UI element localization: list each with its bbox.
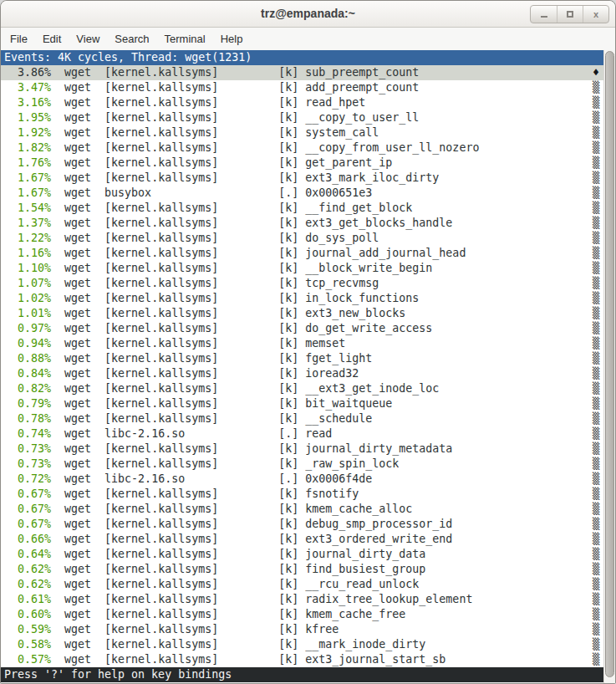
perf-row[interactable]: 0.79% wget [kernel.kallsyms] [k] bit_wai… xyxy=(1,396,603,411)
scroll-track-icon: ▒ xyxy=(593,547,599,562)
perf-row[interactable]: 0.73% wget [kernel.kallsyms] [k] journal… xyxy=(1,442,603,457)
row-symbol-info: wget [kernel.kallsyms] [k] journal_dirty… xyxy=(51,442,452,455)
row-symbol-info: wget [kernel.kallsyms] [k] system_call xyxy=(51,126,379,139)
perf-row[interactable]: 0.67% wget [kernel.kallsyms] [k] debug_s… xyxy=(1,517,603,532)
perf-row[interactable]: 1.10% wget [kernel.kallsyms] [k] __block… xyxy=(1,261,603,276)
perf-row[interactable]: 0.67% wget [kernel.kallsyms] [k] fsnotif… xyxy=(1,487,603,502)
row-symbol-info: wget busybox [.] 0x000651e3 xyxy=(51,186,372,199)
perf-row[interactable]: 0.73% wget [kernel.kallsyms] [k] _raw_sp… xyxy=(1,457,603,472)
row-symbol-info: wget [kernel.kallsyms] [k] journal_dirty… xyxy=(51,548,425,560)
perf-row[interactable]: 1.82% wget [kernel.kallsyms] [k] __copy_… xyxy=(1,140,603,156)
perf-row[interactable]: 1.54% wget [kernel.kallsyms] [k] __find_… xyxy=(1,201,603,216)
menu-bar: FileEditViewSearchTerminalHelp xyxy=(1,28,615,50)
row-symbol-info: wget [kernel.kallsyms] [k] in_lock_funct… xyxy=(51,292,419,304)
perf-row[interactable]: 0.59% wget [kernel.kallsyms] [k] kfree▒ xyxy=(1,622,603,637)
perf-row[interactable]: 3.16% wget [kernel.kallsyms] [k] read_hp… xyxy=(1,95,603,110)
status-bar: Press '?' for help on key bindings xyxy=(1,667,603,682)
terminal-area[interactable]: Events: 4K cycles, Thread: wget(1231) 3.… xyxy=(1,50,615,684)
perf-row[interactable]: 0.84% wget [kernel.kallsyms] [k] ioread3… xyxy=(1,366,603,381)
perf-row[interactable]: 0.78% wget [kernel.kallsyms] [k] __sched… xyxy=(1,411,603,426)
menu-item-file[interactable]: File xyxy=(3,29,35,48)
perf-row[interactable]: 0.82% wget [kernel.kallsyms] [k] __ext3_… xyxy=(1,381,603,396)
scroll-track-icon: ▒ xyxy=(593,487,599,502)
row-symbol-info: wget [kernel.kallsyms] [k] sub_preempt_c… xyxy=(51,66,419,79)
perf-row[interactable]: 0.57% wget [kernel.kallsyms] [k] ext3_jo… xyxy=(1,652,603,667)
perf-row[interactable]: 0.97% wget [kernel.kallsyms] [k] do_get_… xyxy=(1,321,603,336)
row-percent: 0.73% xyxy=(4,457,51,470)
row-percent: 0.62% xyxy=(4,563,51,575)
row-symbol-info: wget [kernel.kallsyms] [k] radix_tree_lo… xyxy=(51,593,472,605)
row-percent: 0.58% xyxy=(4,638,51,651)
menu-item-terminal[interactable]: Terminal xyxy=(157,29,213,48)
perf-row[interactable]: 1.22% wget [kernel.kallsyms] [k] do_sys_… xyxy=(1,231,603,246)
perf-row[interactable]: 1.16% wget [kernel.kallsyms] [k] journal… xyxy=(1,246,603,261)
minimize-icon xyxy=(541,16,547,18)
perf-row[interactable]: 3.47% wget [kernel.kallsyms] [k] add_pre… xyxy=(1,80,603,95)
maximize-button[interactable] xyxy=(557,6,583,23)
row-percent: 3.47% xyxy=(4,81,51,94)
terminal-window: trz@empanada:~ x FileEditViewSearchTermi… xyxy=(0,0,616,684)
perf-row[interactable]: 0.61% wget [kernel.kallsyms] [k] radix_t… xyxy=(1,592,603,607)
scroll-track-icon: ▒ xyxy=(593,517,599,532)
close-button[interactable]: x xyxy=(583,6,608,23)
scroll-track-icon: ▒ xyxy=(593,246,599,261)
row-symbol-info: wget [kernel.kallsyms] [k] __mark_inode_… xyxy=(51,638,425,651)
perf-row[interactable]: 0.60% wget [kernel.kallsyms] [k] kmem_ca… xyxy=(1,607,603,622)
row-symbol-info: wget [kernel.kallsyms] [k] ioread32 xyxy=(51,367,359,380)
row-symbol-info: wget [kernel.kallsyms] [k] do_sys_poll xyxy=(51,232,379,244)
perf-row[interactable]: 1.67% wget busybox [.] 0x000651e3▒ xyxy=(1,186,603,201)
row-percent: 3.16% xyxy=(4,96,51,109)
row-symbol-info: wget [kernel.kallsyms] [k] ext3_get_bloc… xyxy=(51,217,452,229)
perf-row[interactable]: 0.58% wget [kernel.kallsyms] [k] __mark_… xyxy=(1,637,603,652)
row-symbol-info: wget [kernel.kallsyms] [k] __block_write… xyxy=(51,262,432,274)
perf-row[interactable]: 0.66% wget [kernel.kallsyms] [k] ext3_or… xyxy=(1,532,603,547)
perf-row[interactable]: 0.62% wget [kernel.kallsyms] [k] __rcu_r… xyxy=(1,577,603,592)
titlebar[interactable]: trz@empanada:~ x xyxy=(1,1,615,28)
menu-item-help[interactable]: Help xyxy=(213,29,251,48)
row-percent: 1.67% xyxy=(4,171,51,184)
row-percent: 1.54% xyxy=(4,202,51,214)
perf-row[interactable]: 1.76% wget [kernel.kallsyms] [k] get_par… xyxy=(1,156,603,171)
minimize-button[interactable] xyxy=(531,6,557,23)
row-symbol-info: wget [kernel.kallsyms] [k] bit_waitqueue xyxy=(51,397,392,410)
row-percent: 0.78% xyxy=(4,412,51,425)
row-percent: 0.97% xyxy=(4,322,51,334)
window-controls: x xyxy=(530,5,609,23)
perf-row[interactable]: 1.07% wget [kernel.kallsyms] [k] tcp_rec… xyxy=(1,276,603,291)
menu-item-edit[interactable]: Edit xyxy=(35,29,69,48)
row-percent: 0.67% xyxy=(4,503,51,515)
scroll-track-icon: ▒ xyxy=(593,125,599,140)
perf-row[interactable]: 1.02% wget [kernel.kallsyms] [k] in_lock… xyxy=(1,291,603,306)
row-percent: 0.72% xyxy=(4,472,51,485)
row-symbol-info: wget [kernel.kallsyms] [k] kmem_cache_al… xyxy=(51,503,412,515)
row-symbol-info: wget [kernel.kallsyms] [k] __find_get_bl… xyxy=(51,202,412,214)
row-symbol-info: wget [kernel.kallsyms] [k] debug_smp_pro… xyxy=(51,518,452,530)
scroll-track-icon: ▒ xyxy=(593,80,599,95)
scroll-track-icon: ▒ xyxy=(593,186,599,201)
perf-row[interactable]: 1.92% wget [kernel.kallsyms] [k] system_… xyxy=(1,125,603,140)
menu-item-search[interactable]: Search xyxy=(107,29,156,48)
menu-item-view[interactable]: View xyxy=(69,29,107,48)
perf-rows: 3.86% wget [kernel.kallsyms] [k] sub_pre… xyxy=(1,65,603,667)
perf-row[interactable]: 0.62% wget [kernel.kallsyms] [k] find_bu… xyxy=(1,562,603,577)
row-percent: 1.10% xyxy=(4,262,51,274)
perf-row[interactable]: 1.67% wget [kernel.kallsyms] [k] ext3_ma… xyxy=(1,171,603,186)
row-symbol-info: wget [kernel.kallsyms] [k] memset xyxy=(51,337,345,350)
perf-row[interactable]: 1.01% wget [kernel.kallsyms] [k] ext3_ne… xyxy=(1,306,603,321)
row-percent: 3.86% xyxy=(4,66,51,79)
scroll-track-icon: ▒ xyxy=(593,426,599,442)
row-percent: 0.88% xyxy=(4,352,51,365)
perf-row[interactable]: 0.94% wget [kernel.kallsyms] [k] memset▒ xyxy=(1,336,603,351)
perf-row[interactable]: 1.95% wget [kernel.kallsyms] [k] __copy_… xyxy=(1,110,603,125)
row-symbol-info: wget [kernel.kallsyms] [k] get_parent_ip xyxy=(51,156,392,169)
terminal-scrollbar[interactable] xyxy=(603,50,615,684)
perf-row[interactable]: 0.72% wget libc-2.16.so [.] 0x0006f4de▒ xyxy=(1,472,603,487)
perf-row[interactable]: 1.37% wget [kernel.kallsyms] [k] ext3_ge… xyxy=(1,216,603,231)
perf-row[interactable]: 0.67% wget [kernel.kallsyms] [k] kmem_ca… xyxy=(1,502,603,517)
perf-row[interactable]: 0.74% wget libc-2.16.so [.] read▒ xyxy=(1,426,603,442)
scrollbar-thumb[interactable] xyxy=(605,51,614,677)
perf-row[interactable]: 0.88% wget [kernel.kallsyms] [k] fget_li… xyxy=(1,351,603,366)
row-percent: 1.67% xyxy=(4,186,51,199)
perf-row[interactable]: 0.64% wget [kernel.kallsyms] [k] journal… xyxy=(1,547,603,562)
perf-row[interactable]: 3.86% wget [kernel.kallsyms] [k] sub_pre… xyxy=(1,65,603,80)
